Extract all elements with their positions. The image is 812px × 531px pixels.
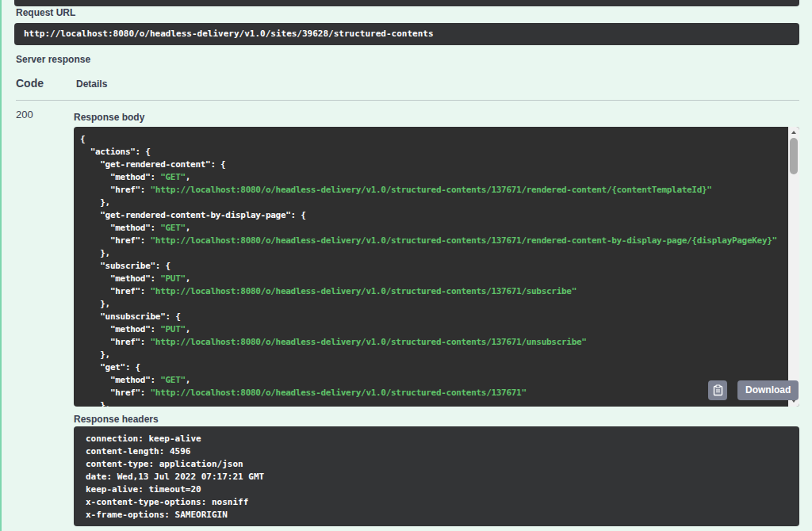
- code-line: content-length: 4596: [86, 445, 787, 458]
- code-line: keep-alive: timeout=20: [86, 483, 787, 496]
- code-line: "get-rendered-content": {: [80, 159, 788, 171]
- curl-block-bottom-edge: [14, 0, 799, 6]
- scroll-up-arrow-icon[interactable]: [788, 128, 799, 137]
- code-line: "href": "http://localhost:8080/o/headles…: [80, 336, 788, 349]
- request-url-label: Request URL: [16, 7, 75, 18]
- opblock-left-border: [0, 0, 2, 531]
- response-headers-label: Response headers: [74, 414, 159, 425]
- code-line: "get-rendered-content-by-display-page": …: [80, 209, 788, 222]
- code-line: content-type: application/json: [86, 458, 787, 471]
- code-line: },: [80, 247, 788, 260]
- response-body-block: { "actions": { "get-rendered-content": {…: [74, 127, 799, 407]
- request-url-value: http://localhost:8080/o/headless-deliver…: [14, 23, 799, 45]
- copy-to-clipboard-button[interactable]: [708, 380, 727, 400]
- code-line: connection: keep-alive: [86, 433, 787, 445]
- code-line: "href": "http://localhost:8080/o/headles…: [80, 387, 788, 399]
- code-line: "get": {: [80, 361, 788, 374]
- code-line: },: [80, 349, 788, 361]
- swagger-response-panel: Request URL http://localhost:8080/o/head…: [0, 0, 812, 531]
- response-body-label: Response body: [74, 112, 144, 123]
- code-line: },: [80, 298, 788, 311]
- code-line: date: Wed,13 Jul 2022 07:17:21 GMT: [86, 471, 787, 483]
- code-line: {: [80, 133, 788, 146]
- code-line: "method": "GET",: [80, 222, 788, 235]
- code-line: "href": "http://localhost:8080/o/headles…: [80, 235, 788, 247]
- code-line: "subscribe": {: [80, 260, 788, 273]
- scrollbar-thumb[interactable]: [790, 138, 798, 174]
- code-line: },: [80, 399, 788, 407]
- code-line: "actions": {: [80, 146, 788, 159]
- code-line: x-frame-options: SAMEORIGIN: [86, 509, 787, 521]
- table-header-divider: [16, 100, 799, 101]
- code-line: },: [80, 197, 788, 209]
- response-body-code: { "actions": { "get-rendered-content": {…: [74, 127, 788, 407]
- code-line: "method": "GET",: [80, 171, 788, 184]
- response-body-scrollbar[interactable]: [788, 127, 799, 407]
- server-response-label: Server response: [16, 54, 90, 65]
- status-code: 200: [16, 109, 33, 120]
- code-line: x-content-type-options: nosniff: [86, 496, 787, 509]
- response-headers-block: connection: keep-alivecontent-length: 45…: [74, 426, 799, 526]
- details-column-header: Details: [76, 78, 107, 90]
- code-line: "href": "http://localhost:8080/o/headles…: [80, 184, 788, 197]
- code-line: "method": "PUT",: [80, 323, 788, 336]
- code-column-header: Code: [16, 77, 44, 90]
- code-line: "method": "GET",: [80, 374, 788, 387]
- download-button[interactable]: Download: [737, 380, 799, 400]
- code-line: "method": "PUT",: [80, 273, 788, 285]
- code-line: "href": "http://localhost:8080/o/headles…: [80, 285, 788, 298]
- code-line: "unsubscribe": {: [80, 311, 788, 323]
- copy-to-clipboard-icon: [713, 384, 723, 396]
